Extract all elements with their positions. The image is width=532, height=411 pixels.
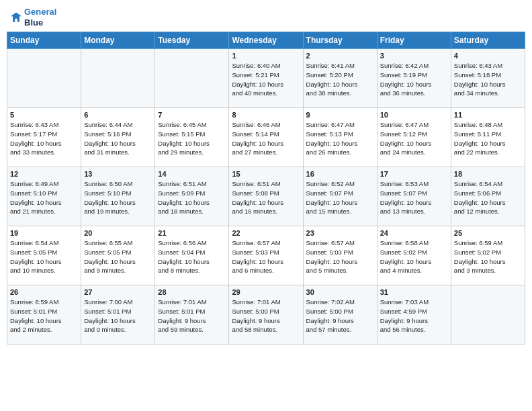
day-number: 4 <box>454 52 522 60</box>
day-number: 17 <box>380 170 448 178</box>
day-number: 14 <box>158 170 226 178</box>
day-number: 3 <box>380 52 448 60</box>
calendar-cell: 14Sunrise: 6:51 AM Sunset: 5:09 PM Dayli… <box>155 167 229 226</box>
calendar-cell: 1Sunrise: 6:40 AM Sunset: 5:21 PM Daylig… <box>229 49 303 108</box>
calendar-week-3: 12Sunrise: 6:49 AM Sunset: 5:10 PM Dayli… <box>7 167 525 226</box>
calendar-cell: 29Sunrise: 7:01 AM Sunset: 5:00 PM Dayli… <box>229 285 303 345</box>
day-info: Sunrise: 6:58 AM Sunset: 5:02 PM Dayligh… <box>380 238 448 275</box>
calendar-cell <box>155 49 229 108</box>
day-number: 27 <box>84 288 152 296</box>
day-number: 6 <box>84 111 152 119</box>
column-header-saturday: Saturday <box>451 32 525 49</box>
day-info: Sunrise: 6:42 AM Sunset: 5:19 PM Dayligh… <box>380 61 448 98</box>
day-info: Sunrise: 6:41 AM Sunset: 5:20 PM Dayligh… <box>306 61 374 98</box>
calendar-cell: 3Sunrise: 6:42 AM Sunset: 5:19 PM Daylig… <box>377 49 451 108</box>
day-info: Sunrise: 6:54 AM Sunset: 5:05 PM Dayligh… <box>10 238 78 275</box>
day-info: Sunrise: 6:44 AM Sunset: 5:16 PM Dayligh… <box>84 120 152 157</box>
day-number: 5 <box>10 111 78 119</box>
calendar-cell: 15Sunrise: 6:51 AM Sunset: 5:08 PM Dayli… <box>229 167 303 226</box>
day-number: 12 <box>10 170 78 178</box>
day-info: Sunrise: 7:01 AM Sunset: 5:01 PM Dayligh… <box>158 298 226 334</box>
day-info: Sunrise: 7:01 AM Sunset: 5:00 PM Dayligh… <box>232 298 300 334</box>
calendar-cell: 31Sunrise: 7:03 AM Sunset: 4:59 PM Dayli… <box>377 285 451 345</box>
day-number: 26 <box>10 288 78 296</box>
calendar-cell: 7Sunrise: 6:45 AM Sunset: 5:15 PM Daylig… <box>155 108 229 167</box>
calendar-cell <box>7 49 81 108</box>
day-number: 11 <box>454 111 522 119</box>
logo: General Blue <box>9 7 56 28</box>
day-number: 2 <box>306 52 374 60</box>
day-info: Sunrise: 6:59 AM Sunset: 5:02 PM Dayligh… <box>454 238 522 275</box>
day-info: Sunrise: 6:43 AM Sunset: 5:18 PM Dayligh… <box>454 61 522 98</box>
day-info: Sunrise: 6:59 AM Sunset: 5:01 PM Dayligh… <box>10 298 78 334</box>
calendar-cell: 11Sunrise: 6:48 AM Sunset: 5:11 PM Dayli… <box>451 108 525 167</box>
day-number: 29 <box>232 288 300 296</box>
day-info: Sunrise: 6:48 AM Sunset: 5:11 PM Dayligh… <box>454 120 522 157</box>
column-header-monday: Monday <box>81 32 155 49</box>
calendar-cell: 18Sunrise: 6:54 AM Sunset: 5:06 PM Dayli… <box>451 167 525 226</box>
day-number: 30 <box>306 288 374 296</box>
calendar-cell: 12Sunrise: 6:49 AM Sunset: 5:10 PM Dayli… <box>7 167 81 226</box>
calendar-cell: 19Sunrise: 6:54 AM Sunset: 5:05 PM Dayli… <box>7 226 81 285</box>
day-number: 15 <box>232 170 300 178</box>
day-info: Sunrise: 6:55 AM Sunset: 5:05 PM Dayligh… <box>84 238 152 275</box>
day-info: Sunrise: 6:45 AM Sunset: 5:15 PM Dayligh… <box>158 120 226 157</box>
day-number: 16 <box>306 170 374 178</box>
calendar-table: SundayMondayTuesdayWednesdayThursdayFrid… <box>7 32 525 345</box>
day-info: Sunrise: 6:47 AM Sunset: 5:12 PM Dayligh… <box>380 120 448 157</box>
column-header-friday: Friday <box>377 32 451 49</box>
calendar-cell: 23Sunrise: 6:57 AM Sunset: 5:03 PM Dayli… <box>303 226 377 285</box>
day-info: Sunrise: 7:03 AM Sunset: 4:59 PM Dayligh… <box>380 298 448 334</box>
calendar-cell: 26Sunrise: 6:59 AM Sunset: 5:01 PM Dayli… <box>7 285 81 345</box>
day-number: 22 <box>232 229 300 237</box>
calendar-cell: 17Sunrise: 6:53 AM Sunset: 5:07 PM Dayli… <box>377 167 451 226</box>
calendar-cell: 28Sunrise: 7:01 AM Sunset: 5:01 PM Dayli… <box>155 285 229 345</box>
calendar-week-4: 19Sunrise: 6:54 AM Sunset: 5:05 PM Dayli… <box>7 226 525 285</box>
day-number: 19 <box>10 229 78 237</box>
day-info: Sunrise: 6:49 AM Sunset: 5:10 PM Dayligh… <box>10 179 78 216</box>
day-number: 23 <box>306 229 374 237</box>
column-header-thursday: Thursday <box>303 32 377 49</box>
day-info: Sunrise: 7:00 AM Sunset: 5:01 PM Dayligh… <box>84 298 152 334</box>
day-info: Sunrise: 7:02 AM Sunset: 5:00 PM Dayligh… <box>306 298 374 334</box>
calendar-cell <box>81 49 155 108</box>
calendar-cell: 2Sunrise: 6:41 AM Sunset: 5:20 PM Daylig… <box>303 49 377 108</box>
logo-icon <box>9 11 23 24</box>
calendar-cell: 5Sunrise: 6:43 AM Sunset: 5:17 PM Daylig… <box>7 108 81 167</box>
day-info: Sunrise: 6:47 AM Sunset: 5:13 PM Dayligh… <box>306 120 374 157</box>
day-info: Sunrise: 6:43 AM Sunset: 5:17 PM Dayligh… <box>10 120 78 157</box>
day-number: 13 <box>84 170 152 178</box>
day-info: Sunrise: 6:57 AM Sunset: 5:03 PM Dayligh… <box>306 238 374 275</box>
calendar-cell: 6Sunrise: 6:44 AM Sunset: 5:16 PM Daylig… <box>81 108 155 167</box>
calendar-cell: 22Sunrise: 6:57 AM Sunset: 5:03 PM Dayli… <box>229 226 303 285</box>
day-number: 18 <box>454 170 522 178</box>
day-info: Sunrise: 6:54 AM Sunset: 5:06 PM Dayligh… <box>454 179 522 216</box>
day-info: Sunrise: 6:40 AM Sunset: 5:21 PM Dayligh… <box>232 61 300 98</box>
day-info: Sunrise: 6:57 AM Sunset: 5:03 PM Dayligh… <box>232 238 300 275</box>
column-header-sunday: Sunday <box>7 32 81 49</box>
day-number: 28 <box>158 288 226 296</box>
day-info: Sunrise: 6:46 AM Sunset: 5:14 PM Dayligh… <box>232 120 300 157</box>
page-header: General Blue <box>7 7 525 28</box>
column-header-wednesday: Wednesday <box>229 32 303 49</box>
calendar-cell: 10Sunrise: 6:47 AM Sunset: 5:12 PM Dayli… <box>377 108 451 167</box>
calendar-cell: 9Sunrise: 6:47 AM Sunset: 5:13 PM Daylig… <box>303 108 377 167</box>
calendar-cell: 20Sunrise: 6:55 AM Sunset: 5:05 PM Dayli… <box>81 226 155 285</box>
calendar-cell: 25Sunrise: 6:59 AM Sunset: 5:02 PM Dayli… <box>451 226 525 285</box>
day-number: 7 <box>158 111 226 119</box>
calendar-cell: 13Sunrise: 6:50 AM Sunset: 5:10 PM Dayli… <box>81 167 155 226</box>
calendar-week-5: 26Sunrise: 6:59 AM Sunset: 5:01 PM Dayli… <box>7 285 525 345</box>
logo-text: General Blue <box>24 7 56 28</box>
calendar-week-2: 5Sunrise: 6:43 AM Sunset: 5:17 PM Daylig… <box>7 108 525 167</box>
day-number: 21 <box>158 229 226 237</box>
day-info: Sunrise: 6:51 AM Sunset: 5:08 PM Dayligh… <box>232 179 300 216</box>
calendar-week-1: 1Sunrise: 6:40 AM Sunset: 5:21 PM Daylig… <box>7 49 525 108</box>
calendar-cell <box>451 285 525 345</box>
calendar-cell: 27Sunrise: 7:00 AM Sunset: 5:01 PM Dayli… <box>81 285 155 345</box>
day-info: Sunrise: 6:53 AM Sunset: 5:07 PM Dayligh… <box>380 179 448 216</box>
day-number: 20 <box>84 229 152 237</box>
column-header-tuesday: Tuesday <box>155 32 229 49</box>
day-info: Sunrise: 6:51 AM Sunset: 5:09 PM Dayligh… <box>158 179 226 216</box>
day-number: 10 <box>380 111 448 119</box>
day-number: 25 <box>454 229 522 237</box>
